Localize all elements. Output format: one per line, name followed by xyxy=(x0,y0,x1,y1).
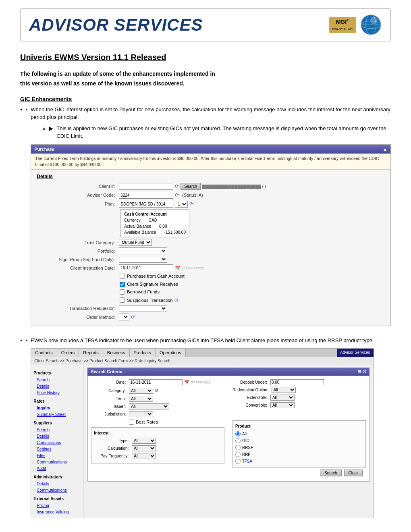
sidebar-suppliers-details[interactable]: Details xyxy=(37,433,81,439)
client-input[interactable] xyxy=(119,183,173,190)
sidebar-suppliers-search[interactable]: Search xyxy=(37,427,81,433)
sidebar-rates-inquiry[interactable]: Inquiry xyxy=(37,405,81,411)
refresh-icon-2[interactable]: ⟳ xyxy=(175,191,179,199)
sidebar-products-details[interactable]: Details xyxy=(37,383,81,389)
radio-rrsp-label: RRSP xyxy=(242,445,253,451)
jurisdiction-label: Jurisdiction: xyxy=(91,411,127,417)
tab-contacts[interactable]: Contacts xyxy=(31,349,57,357)
cb-signature[interactable] xyxy=(120,282,125,287)
minimize-icon[interactable]: ▲ xyxy=(383,146,387,153)
tab-orders[interactable]: Orders xyxy=(57,349,79,357)
bullet-text-2: EWMS now includes a TFSA indicator to be… xyxy=(31,337,374,522)
extendible-select[interactable]: All xyxy=(270,395,295,401)
payfreq-select[interactable]: All xyxy=(132,453,156,459)
sidebar-external-pricing[interactable]: Pricing xyxy=(37,503,81,509)
cb-borrowed-funds[interactable] xyxy=(120,289,125,295)
date-label: Date: xyxy=(91,379,127,385)
interest-section-label: Interest xyxy=(94,430,222,436)
cb4-row: Suspicious Transaction ⟳ xyxy=(120,297,385,304)
cb-suspicious[interactable] xyxy=(120,297,125,303)
calculation-row: Calculation: All xyxy=(94,445,222,451)
type-select[interactable]: All xyxy=(132,438,156,444)
sidebar-products-price-history[interactable]: Price History xyxy=(37,390,81,396)
calculation-select[interactable]: All xyxy=(132,445,156,451)
issuer-select[interactable]: All xyxy=(129,403,169,409)
order-method-icon[interactable]: ⟳ xyxy=(131,314,135,321)
sub-bullet-list: ▶ This is applied to new GIC purchases o… xyxy=(43,125,391,140)
advisor-services-badge: Advisor Services xyxy=(337,349,373,357)
radio-gic-row: GIC xyxy=(235,438,363,444)
radio-gic[interactable] xyxy=(235,438,241,443)
tab-products[interactable]: Products xyxy=(130,349,156,357)
sidebar-suppliers-files[interactable]: Files xyxy=(37,453,81,459)
sidebar-products-search[interactable]: Search xyxy=(37,377,81,383)
transaction-requestor-row: Transaction Requestor: xyxy=(37,305,385,312)
deposit-label: Deposit Under: xyxy=(232,379,269,385)
date-input[interactable] xyxy=(129,379,183,385)
transaction-requestor-select[interactable] xyxy=(119,305,167,312)
sidebar-external-insurance[interactable]: Insurance Valuing xyxy=(37,509,81,515)
tab-reports[interactable]: Reports xyxy=(79,349,103,357)
payfreq-row: Pay Frequency: All xyxy=(94,453,222,459)
convertible-select[interactable]: All xyxy=(270,402,295,408)
clear-button[interactable]: Clear xyxy=(344,470,363,476)
radio-rrf-row: RRF xyxy=(235,451,363,457)
tab-operations[interactable]: Operations xyxy=(156,349,186,357)
cash-row-available: Available Balance -151,500.00 xyxy=(124,229,186,235)
calendar-icon[interactable]: 📅 xyxy=(175,265,181,272)
instruction-date-input[interactable] xyxy=(119,264,173,271)
instruction-date-label: Client Instruction Date: xyxy=(37,265,117,272)
sidebar-admin-communications[interactable]: Communications xyxy=(37,487,81,493)
radio-rrf[interactable] xyxy=(235,452,241,457)
sidebar-suppliers-communications[interactable]: Communications xyxy=(37,459,81,465)
plan-input[interactable] xyxy=(119,201,173,208)
advisor-input[interactable] xyxy=(119,192,173,199)
issuer-label: Issuer: xyxy=(91,403,127,409)
convertible-label: Convertible: xyxy=(232,402,269,408)
cb2-row: Client Signature Received xyxy=(120,281,385,288)
sidebar-suppliers-commissions[interactable]: Commissions xyxy=(37,440,81,446)
category-refresh[interactable]: ⟳ xyxy=(155,387,159,394)
ss2-sidebar: Products Search Details Price History Ra… xyxy=(31,365,83,518)
bullet-text-1: When the GIC interest option is set to P… xyxy=(31,106,391,333)
signprov-select[interactable] xyxy=(119,256,167,263)
sidebar-rates-summary-sheet[interactable]: Summary Sheet xyxy=(37,411,81,418)
sidebar-suppliers-audit[interactable]: Audit xyxy=(37,466,81,472)
product-section-label: Product xyxy=(235,423,363,429)
suspicious-info-icon[interactable]: ⟳ xyxy=(174,297,179,304)
logo-text: ADVISOR SERVICES xyxy=(29,15,203,35)
sidebar-admin-details[interactable]: Details xyxy=(37,481,81,487)
bullet-list: ▪ When the GIC interest option is set to… xyxy=(20,106,391,522)
redemption-select[interactable]: All xyxy=(272,387,296,393)
category-label: Category: xyxy=(91,388,127,394)
search-submit-button[interactable]: Search xyxy=(320,470,342,476)
plan-select[interactable]: 1 xyxy=(175,201,188,208)
radio-all[interactable] xyxy=(235,431,241,436)
cb3-label: Borrowed Funds xyxy=(127,289,160,295)
trust-select[interactable]: Mutual Fund xyxy=(119,239,152,246)
cb-purchase-cash[interactable] xyxy=(120,274,125,279)
tab-business[interactable]: Business xyxy=(103,349,130,357)
radio-rrf-label: RRF xyxy=(242,451,251,457)
radio-rrsp[interactable] xyxy=(235,445,241,450)
sidebar-suppliers-settings[interactable]: Settings xyxy=(37,446,81,452)
order-method-select[interactable] xyxy=(119,314,129,320)
page-title: Univeris EWMS Version 11.1 Released xyxy=(20,53,166,62)
refresh-icon-3[interactable]: ⟳ xyxy=(189,200,193,208)
radio-tfsa[interactable] xyxy=(235,459,241,464)
date-cal-icon[interactable]: 📅 xyxy=(184,379,189,385)
deposit-input[interactable] xyxy=(270,379,324,385)
header: ADVISOR SERVICES MGI® FINANCIAL INC xyxy=(20,8,391,42)
cash-control-box: Cash Control Account Currency CAD Actual… xyxy=(120,209,189,237)
sidebar-suppliers-heading: Suppliers xyxy=(33,420,81,426)
intro-line2: this version as well as some of the know… xyxy=(20,79,391,89)
header-right: MGI® FINANCIAL INC xyxy=(329,14,382,36)
best-rates-checkbox[interactable] xyxy=(129,420,134,425)
refresh-icon-1[interactable]: ⟳ xyxy=(175,183,179,190)
purchase-titlebar: Purchase ▲ xyxy=(31,145,390,154)
category-select[interactable]: All xyxy=(129,388,153,394)
search-button[interactable]: Search xyxy=(181,183,201,190)
portfolio-select[interactable] xyxy=(119,247,167,254)
term-select[interactable]: All xyxy=(129,396,153,402)
jurisdiction-select[interactable] xyxy=(129,411,153,417)
